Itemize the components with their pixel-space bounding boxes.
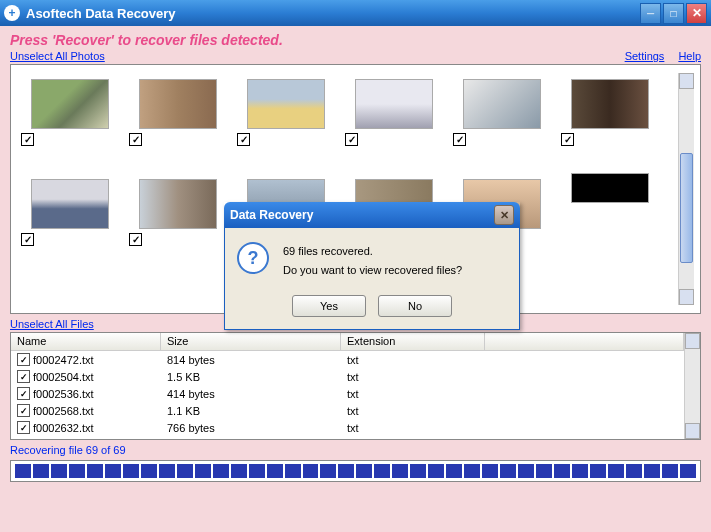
photo-thumbnail	[355, 79, 433, 129]
photo-scrollbar[interactable]	[678, 73, 694, 305]
file-list-panel: Name Size Extension f0002472.txt814 byte…	[10, 332, 701, 440]
file-name: f0002504.txt	[33, 371, 94, 383]
help-link[interactable]: Help	[678, 50, 701, 62]
file-scrollbar[interactable]	[684, 333, 700, 439]
scroll-down-button[interactable]	[679, 289, 694, 305]
file-size: 1.5 KB	[161, 370, 341, 384]
column-header-name[interactable]: Name	[11, 333, 161, 350]
top-link-row: Unselect All Photos Settings Help	[10, 50, 701, 62]
photo-checkbox[interactable]	[21, 233, 34, 246]
file-name: f0002568.txt	[33, 405, 94, 417]
photo-checkbox[interactable]	[237, 133, 250, 146]
dialog-titlebar: Data Recovery ✕	[224, 202, 520, 228]
file-checkbox[interactable]	[17, 421, 30, 434]
photo-item[interactable]	[233, 73, 341, 173]
settings-link[interactable]: Settings	[625, 50, 665, 62]
photo-thumbnail	[463, 79, 541, 129]
progress-bar	[10, 460, 701, 482]
dialog-close-button[interactable]: ✕	[494, 205, 514, 225]
scroll-thumb[interactable]	[680, 153, 693, 263]
photo-thumbnail	[571, 173, 649, 203]
unselect-all-photos-link[interactable]: Unselect All Photos	[10, 50, 105, 62]
file-size: 814 bytes	[161, 353, 341, 367]
app-icon: +	[4, 5, 20, 21]
progress-status-text: Recovering file 69 of 69	[10, 444, 701, 456]
dialog-line2: Do you want to view recovered files?	[283, 261, 462, 280]
dialog-line1: 69 files recovered.	[283, 242, 462, 261]
photo-checkbox[interactable]	[561, 133, 574, 146]
dialog-title-text: Data Recovery	[230, 208, 494, 222]
photo-item[interactable]	[125, 173, 233, 273]
photo-thumbnail	[31, 79, 109, 129]
window-titlebar: + Asoftech Data Recovery ─ □ ✕	[0, 0, 711, 26]
file-table-header: Name Size Extension	[11, 333, 684, 351]
photo-checkbox[interactable]	[21, 133, 34, 146]
file-checkbox[interactable]	[17, 353, 30, 366]
photo-item[interactable]	[449, 73, 557, 173]
maximize-button[interactable]: □	[663, 3, 684, 24]
photo-thumbnail	[139, 79, 217, 129]
close-button[interactable]: ✕	[686, 3, 707, 24]
file-size: 414 bytes	[161, 387, 341, 401]
unselect-all-files-link[interactable]: Unselect All Files	[10, 318, 94, 330]
file-table: Name Size Extension f0002472.txt814 byte…	[11, 333, 684, 439]
table-row[interactable]: f0002536.txt414 bytestxt	[11, 385, 684, 402]
file-ext: txt	[341, 370, 485, 384]
column-header-size[interactable]: Size	[161, 333, 341, 350]
yes-button[interactable]: Yes	[292, 295, 366, 317]
photo-thumbnail	[247, 79, 325, 129]
file-checkbox[interactable]	[17, 404, 30, 417]
window-title: Asoftech Data Recovery	[26, 6, 638, 21]
file-ext: txt	[341, 353, 485, 367]
file-name: f0002536.txt	[33, 388, 94, 400]
table-row[interactable]: f0002504.txt1.5 KBtxt	[11, 368, 684, 385]
photo-item[interactable]	[557, 173, 665, 273]
scroll-up-button[interactable]	[679, 73, 694, 89]
instruction-text: Press 'Recover' to recover files detecte…	[10, 32, 701, 48]
photo-thumbnail	[571, 79, 649, 129]
photo-item[interactable]	[125, 73, 233, 173]
minimize-button[interactable]: ─	[640, 3, 661, 24]
table-row[interactable]: f0002568.txt1.1 KBtxt	[11, 402, 684, 419]
photo-item[interactable]	[557, 73, 665, 173]
photo-item[interactable]	[341, 73, 449, 173]
column-header-spacer	[485, 333, 684, 350]
file-checkbox[interactable]	[17, 370, 30, 383]
file-name: f0002632.txt	[33, 422, 94, 434]
photo-item[interactable]	[17, 73, 125, 173]
file-checkbox[interactable]	[17, 387, 30, 400]
dialog-body: ? 69 files recovered. Do you want to vie…	[224, 228, 520, 330]
no-button[interactable]: No	[378, 295, 452, 317]
dialog-message: 69 files recovered. Do you want to view …	[283, 242, 462, 279]
photo-checkbox[interactable]	[453, 133, 466, 146]
photo-checkbox[interactable]	[129, 133, 142, 146]
scroll-down-button[interactable]	[685, 423, 700, 439]
photo-thumbnail	[31, 179, 109, 229]
question-icon: ?	[237, 242, 269, 274]
table-row[interactable]: f0002472.txt814 bytestxt	[11, 351, 684, 368]
file-size: 1.1 KB	[161, 404, 341, 418]
file-ext: txt	[341, 421, 485, 435]
table-row[interactable]: f0002632.txt766 bytestxt	[11, 419, 684, 436]
photo-item[interactable]	[17, 173, 125, 273]
photo-checkbox[interactable]	[129, 233, 142, 246]
recovery-dialog: Data Recovery ✕ ? 69 files recovered. Do…	[224, 202, 520, 330]
file-size: 766 bytes	[161, 421, 341, 435]
scroll-up-button[interactable]	[685, 333, 700, 349]
file-ext: txt	[341, 387, 485, 401]
file-ext: txt	[341, 404, 485, 418]
column-header-extension[interactable]: Extension	[341, 333, 485, 350]
photo-checkbox[interactable]	[345, 133, 358, 146]
file-name: f0002472.txt	[33, 354, 94, 366]
photo-thumbnail	[139, 179, 217, 229]
